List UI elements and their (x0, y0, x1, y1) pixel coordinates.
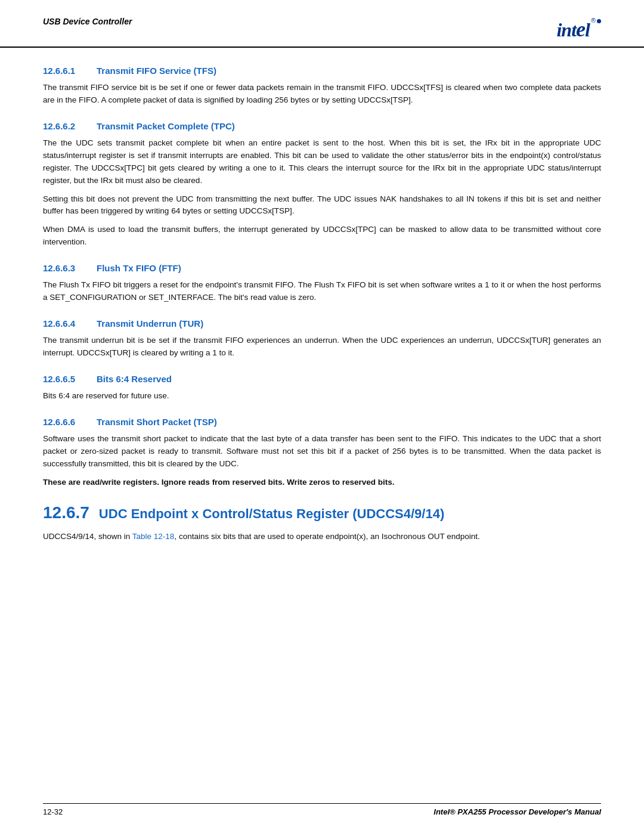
section-heading-12666: 12.6.6.6 Transmit Short Packet (TSP) (43, 417, 601, 427)
big-section-number: 12.6.7 (43, 503, 89, 522)
section-number-12664: 12.6.6.4 (43, 318, 97, 329)
section-heading-12663: 12.6.6.3 Flush Tx FIFO (FTF) (43, 263, 601, 273)
footer-page-number: 12-32 (43, 807, 63, 816)
section-12661: 12.6.6.1 Transmit FIFO Service (TFS) The… (43, 66, 601, 107)
section-title-12663: Flush Tx FIFO (FTF) (97, 263, 181, 273)
section-1267: 12.6.7 UDC Endpoint x Control/Status Reg… (43, 503, 601, 543)
section-para-12665-0: Bits 6:4 are reserved for future use. (43, 390, 601, 402)
section-heading-12661: 12.6.6.1 Transmit FIFO Service (TFS) (43, 66, 601, 76)
page-footer: 12-32 Intel® PXA255 Processor Developer'… (43, 803, 601, 816)
section-title-12665: Bits 6:4 Reserved (97, 374, 172, 384)
table-ref-link[interactable]: Table 12-18 (132, 532, 175, 541)
page-header: USB Device Controller intel® (0, 0, 644, 48)
section-title-12662: Transmit Packet Complete (TPC) (97, 121, 235, 131)
section-number-12662: 12.6.6.2 (43, 121, 97, 131)
section-12662: 12.6.6.2 Transmit Packet Complete (TPC) … (43, 121, 601, 249)
section-body-12666: Software uses the transmit short packet … (43, 433, 601, 489)
main-content: 12.6.6.1 Transmit FIFO Service (TFS) The… (0, 48, 644, 581)
section-para-12662-1: Setting this bit does not prevent the UD… (43, 193, 601, 218)
logo-dot (597, 19, 601, 23)
big-section-heading: 12.6.7 UDC Endpoint x Control/Status Reg… (43, 503, 601, 522)
section-number-12666: 12.6.6.6 (43, 417, 97, 427)
section-12665: 12.6.6.5 Bits 6:4 Reserved Bits 6:4 are … (43, 374, 601, 402)
section-heading-12662: 12.6.6.2 Transmit Packet Complete (TPC) (43, 121, 601, 131)
section-heading-12665: 12.6.6.5 Bits 6:4 Reserved (43, 374, 601, 384)
section-para-12661-0: The transmit FIFO service bit is be set … (43, 82, 601, 107)
section-body-12665: Bits 6:4 are reserved for future use. (43, 390, 601, 402)
section-para-12666-0: Software uses the transmit short packet … (43, 433, 601, 470)
section-title-12664: Transmit Underrun (TUR) (97, 318, 203, 329)
logo-reg: ® (591, 17, 596, 24)
logo-text: intel (556, 17, 589, 42)
footer-document-title: Intel® PXA255 Processor Developer's Manu… (434, 807, 601, 816)
section-title-12661: Transmit FIFO Service (TFS) (97, 66, 216, 76)
section-para-12664-0: The transmit underrun bit is be set if t… (43, 335, 601, 360)
section-number-12661: 12.6.6.1 (43, 66, 97, 76)
section-title-12666: Transmit Short Packet (TSP) (97, 417, 217, 427)
section-body-12661: The transmit FIFO service bit is be set … (43, 82, 601, 107)
big-section-para-0: UDCCS4/9/14, shown in Table 12-18, conta… (43, 531, 601, 543)
header-title: USB Device Controller (43, 17, 132, 26)
big-section-body: UDCCS4/9/14, shown in Table 12-18, conta… (43, 531, 601, 543)
section-para-12663-0: The Flush Tx FIFO bit triggers a reset f… (43, 279, 601, 304)
section-body-12663: The Flush Tx FIFO bit triggers a reset f… (43, 279, 601, 304)
section-bold-note-12666: These are read/write registers. Ignore r… (43, 476, 601, 489)
section-12664: 12.6.6.4 Transmit Underrun (TUR) The tra… (43, 318, 601, 360)
intel-logo: intel® (556, 17, 601, 42)
section-number-12665: 12.6.6.5 (43, 374, 97, 384)
section-number-12663: 12.6.6.3 (43, 263, 97, 273)
section-12666: 12.6.6.6 Transmit Short Packet (TSP) Sof… (43, 417, 601, 489)
section-12663: 12.6.6.3 Flush Tx FIFO (FTF) The Flush T… (43, 263, 601, 304)
section-para-12662-0: The the UDC sets transmit packet complet… (43, 137, 601, 187)
section-para-12662-2: When DMA is used to load the transmit bu… (43, 224, 601, 249)
page: USB Device Controller intel® 12.6.6.1 Tr… (0, 0, 644, 833)
section-heading-12664: 12.6.6.4 Transmit Underrun (TUR) (43, 318, 601, 329)
big-section-title: UDC Endpoint x Control/Status Register (… (99, 506, 444, 522)
section-body-12662: The the UDC sets transmit packet complet… (43, 137, 601, 249)
section-body-12664: The transmit underrun bit is be set if t… (43, 335, 601, 360)
